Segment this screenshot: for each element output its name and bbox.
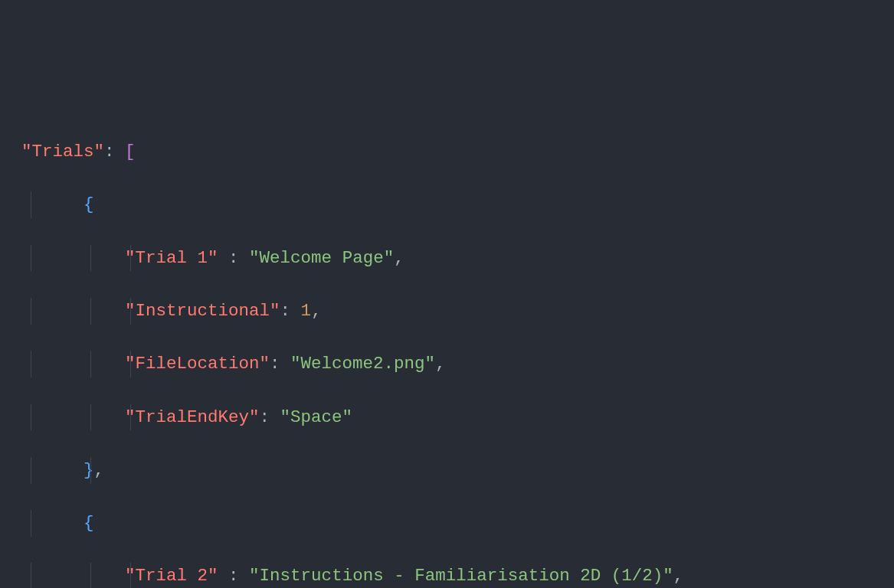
code-editor[interactable]: "Trials": [ { "Trial 1" : "Welcome Page"…	[0, 113, 894, 588]
comma: ,	[394, 248, 404, 268]
json-number: 1	[301, 301, 312, 321]
json-string: "Welcome Page"	[249, 248, 394, 268]
code-line: "Trial 1" : "Welcome Page",	[0, 245, 894, 272]
colon: :	[228, 566, 239, 586]
close-brace: }	[84, 460, 94, 480]
json-string: "Instructions - Familiarisation 2D (1/2)…	[249, 566, 673, 586]
json-key: "Instructional"	[125, 301, 280, 321]
colon: :	[280, 301, 291, 321]
colon: :	[270, 354, 280, 374]
open-array-bracket: [	[125, 142, 136, 162]
comma: ,	[673, 566, 684, 586]
comma: ,	[435, 354, 446, 374]
code-line: "Instructional": 1,	[0, 298, 894, 325]
code-line: },	[0, 457, 894, 484]
code-line: {	[0, 191, 894, 218]
open-brace: {	[84, 194, 94, 214]
colon: :	[228, 248, 239, 268]
colon: :	[260, 407, 270, 427]
json-key: "Trial 2"	[125, 566, 218, 586]
json-string: "Space"	[280, 407, 353, 427]
comma: ,	[311, 301, 322, 321]
code-line: "FileLocation": "Welcome2.png",	[0, 351, 894, 377]
code-line: {	[0, 510, 894, 537]
code-line: "Trial 2" : "Instructions - Familiarisat…	[0, 563, 894, 588]
json-key: "Trials"	[21, 142, 104, 162]
json-key: "TrialEndKey"	[125, 407, 260, 427]
code-line: "Trials": [	[0, 139, 894, 165]
json-key: "Trial 1"	[125, 248, 218, 268]
json-key: "FileLocation"	[125, 354, 270, 374]
colon: :	[104, 142, 115, 162]
code-line: "TrialEndKey": "Space"	[0, 404, 894, 431]
json-string: "Welcome2.png"	[290, 354, 435, 374]
open-brace: {	[84, 513, 94, 533]
comma: ,	[94, 460, 105, 480]
